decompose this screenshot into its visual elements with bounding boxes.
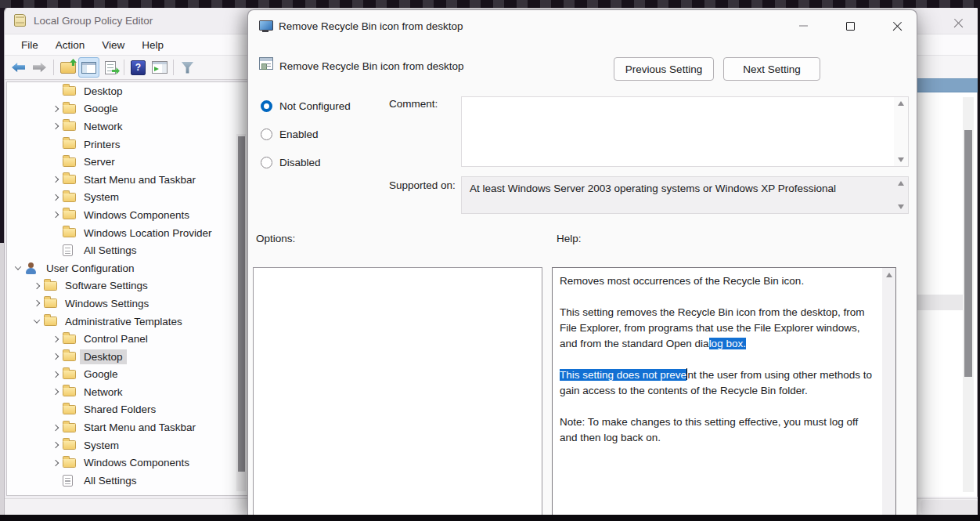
radio-enabled[interactable]: Enabled xyxy=(261,128,319,140)
scroll-up-icon[interactable] xyxy=(898,181,904,186)
tree-item-user-configuration[interactable]: User Configuration xyxy=(7,259,248,277)
maximize-button[interactable] xyxy=(841,17,859,34)
radio-disabled[interactable]: Disabled xyxy=(261,157,321,168)
chevron-right-icon xyxy=(33,300,39,306)
scroll-up-icon[interactable] xyxy=(886,273,892,277)
tree-item-administrative-templates[interactable]: Administrative Templates xyxy=(7,313,248,331)
help-box[interactable]: Removes most occurrences of the Recycle … xyxy=(552,267,896,516)
up-one-level-icon[interactable] xyxy=(57,57,78,78)
tree-item-label: Desktop xyxy=(80,349,127,364)
policy-setting-dialog: Remove Recycle Bin icon from desktop Rem… xyxy=(247,9,917,515)
tree-item-label: Administrative Templates xyxy=(61,314,186,329)
filter-icon[interactable] xyxy=(177,57,198,78)
expander-slot[interactable] xyxy=(48,425,63,430)
close-button[interactable] xyxy=(888,17,906,34)
expander-slot[interactable] xyxy=(48,177,63,182)
folder-icon xyxy=(63,352,76,361)
tree-item-start-menu-and-taskbar[interactable]: Start Menu and Taskbar xyxy=(7,171,248,189)
back-icon[interactable] xyxy=(8,57,29,78)
expander-slot[interactable] xyxy=(29,319,44,324)
folder-icon xyxy=(63,193,76,202)
expander-slot[interactable] xyxy=(29,284,44,288)
toolbar-separator xyxy=(173,60,174,75)
tree-item-printers[interactable]: Printers xyxy=(7,136,248,154)
previous-setting-button[interactable]: Previous Setting xyxy=(614,57,714,81)
console-tree-icon[interactable] xyxy=(78,57,99,78)
tree-item-system[interactable]: System xyxy=(7,436,248,454)
help-paragraph: Removes most occurrences of the Recycle … xyxy=(560,273,877,289)
tree-item-network[interactable]: Network xyxy=(7,383,248,401)
tree-item-label: User Configuration xyxy=(42,261,139,276)
menu-help[interactable]: Help xyxy=(133,37,172,53)
chevron-down-icon xyxy=(33,317,39,323)
scroll-up-icon[interactable] xyxy=(898,101,904,106)
tree-item-label: Windows Components xyxy=(80,455,193,470)
tree-item-desktop[interactable]: Desktop xyxy=(7,82,248,100)
comment-scrollbar[interactable] xyxy=(894,97,908,166)
tree-item-all-settings[interactable]: All Settings xyxy=(7,241,248,259)
expander-slot[interactable] xyxy=(48,461,63,465)
menu-view[interactable]: View xyxy=(93,37,133,53)
folder-icon xyxy=(44,298,57,308)
radio-label: Enabled xyxy=(279,128,319,140)
tree-item-shared-folders[interactable]: Shared Folders xyxy=(7,401,248,419)
expander-slot[interactable] xyxy=(29,301,44,306)
tree-item-windows-components[interactable]: Windows Components xyxy=(7,206,248,224)
next-setting-button[interactable]: Next Setting xyxy=(723,57,820,81)
tree-item-google[interactable]: Google xyxy=(7,366,248,384)
folder-icon xyxy=(63,210,76,219)
settings-pane-selected-band[interactable] xyxy=(916,78,978,92)
menu-file[interactable]: File xyxy=(13,37,47,53)
tree-item-windows-components[interactable]: Windows Components xyxy=(7,454,248,472)
export-list-icon[interactable] xyxy=(99,57,121,78)
gpo-close-button[interactable] xyxy=(949,15,967,31)
dialog-titlebar[interactable]: Remove Recycle Bin icon from desktop xyxy=(248,10,917,42)
tree-item-google[interactable]: Google xyxy=(7,100,248,118)
show-window-icon[interactable] xyxy=(149,57,170,78)
folder-icon xyxy=(63,121,76,131)
tree-item-label: Server xyxy=(80,154,119,169)
policy-monitor-icon xyxy=(259,20,272,32)
supported-scrollbar[interactable] xyxy=(894,177,908,213)
scroll-down-icon[interactable] xyxy=(898,204,904,209)
settings-pane-hscrollbar[interactable] xyxy=(921,500,978,514)
radio-label: Not Configured xyxy=(279,100,351,112)
settings-pane-scrollbar[interactable] xyxy=(963,97,974,492)
tree-item-desktop[interactable]: Desktop xyxy=(7,348,248,366)
tree-item-network[interactable]: Network xyxy=(7,118,248,136)
tree-scrollbar-thumb[interactable] xyxy=(238,136,245,472)
tree-item-windows-location-provider[interactable]: Windows Location Provider xyxy=(7,224,248,242)
expander-slot[interactable] xyxy=(48,354,63,359)
tree-item-all-settings[interactable]: All Settings xyxy=(7,472,248,490)
minimize-button[interactable] xyxy=(794,17,812,34)
folder-icon xyxy=(63,423,76,432)
help-scrollbar[interactable] xyxy=(882,268,895,515)
help-icon[interactable] xyxy=(128,57,149,78)
radio-unselected-icon xyxy=(261,157,272,168)
expander-slot[interactable] xyxy=(48,124,63,128)
expander-slot[interactable] xyxy=(48,337,63,342)
selected-text: This setting does not preve xyxy=(560,369,686,381)
comment-input[interactable] xyxy=(461,96,909,167)
expander-slot[interactable] xyxy=(48,195,63,200)
tree-item-system[interactable]: System xyxy=(7,189,248,207)
menu-action[interactable]: Action xyxy=(47,37,94,53)
radio-not-configured[interactable]: Not Configured xyxy=(261,100,351,112)
scroll-down-icon[interactable] xyxy=(898,157,904,162)
folder-icon xyxy=(63,440,76,450)
expander-slot[interactable] xyxy=(48,443,63,447)
tree-item-start-menu-and-taskbar[interactable]: Start Menu and Taskbar xyxy=(7,418,248,436)
options-box xyxy=(253,267,542,516)
tree-item-server[interactable]: Server xyxy=(7,153,248,171)
expander-slot[interactable] xyxy=(48,107,63,111)
forward-icon[interactable] xyxy=(29,57,50,78)
expander-slot[interactable] xyxy=(10,266,25,270)
tree-item-software-settings[interactable]: Software Settings xyxy=(7,277,248,295)
settings-pane-scrollbar-thumb[interactable] xyxy=(964,130,972,377)
user-icon xyxy=(25,262,37,274)
expander-slot[interactable] xyxy=(48,212,63,217)
tree-item-control-panel[interactable]: Control Panel xyxy=(7,330,248,348)
tree-item-windows-settings[interactable]: Windows Settings xyxy=(7,295,248,313)
expander-slot[interactable] xyxy=(48,389,63,394)
expander-slot[interactable] xyxy=(48,372,63,377)
